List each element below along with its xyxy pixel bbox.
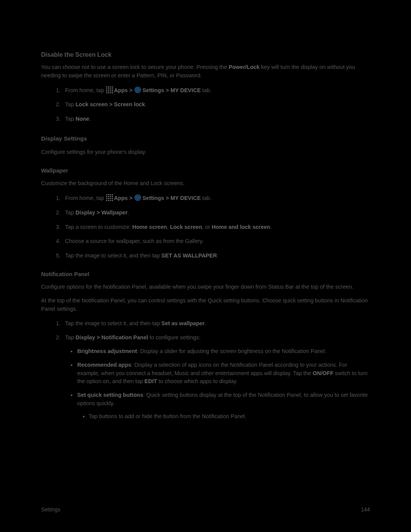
- svg-rect-4: [106, 88, 107, 89]
- text: >: [128, 195, 134, 201]
- svg-rect-20: [108, 194, 109, 195]
- svg-rect-6: [110, 88, 111, 89]
- list-item: Tap the image to select it, and then tap…: [62, 320, 370, 328]
- svg-point-37: [137, 197, 139, 198]
- unordered-list: Brightness adjustment: Display a slider …: [76, 347, 370, 420]
- text: From home, tap: [65, 87, 105, 93]
- text: .: [205, 320, 206, 326]
- svg-rect-29: [110, 198, 111, 199]
- bold-text: MY DEVICE: [170, 195, 201, 201]
- svg-rect-23: [106, 196, 107, 197]
- text: Tap: [65, 101, 75, 107]
- apps-grid-icon: [106, 194, 113, 201]
- text: to choose which apps to display.: [157, 378, 238, 384]
- document-page: Disable the Screen Lock You can choose n…: [0, 0, 411, 532]
- list-item: Tap buttons to add or hide the button fr…: [89, 412, 370, 421]
- footer-section-label: Settings: [41, 506, 61, 514]
- svg-rect-7: [112, 88, 113, 89]
- svg-rect-15: [112, 92, 113, 93]
- bold-text: Screen lock: [114, 101, 145, 107]
- svg-rect-11: [112, 90, 113, 91]
- list-item: From home, tap Apps > Settings > MY DEVI…: [62, 86, 370, 95]
- text: ,: [167, 224, 170, 230]
- paragraph: Configure options for the Notification P…: [41, 283, 370, 291]
- bold-text: Home and lock screen: [212, 224, 270, 230]
- list-item: Set quick setting buttons: Quick setting…: [76, 391, 370, 420]
- settings-gear-icon: [134, 194, 142, 201]
- bold-text: Home screen: [132, 224, 167, 230]
- text: >: [164, 87, 170, 93]
- text: .: [127, 209, 129, 216]
- svg-rect-21: [110, 194, 111, 195]
- bold-text: Recommended apps: [77, 362, 131, 368]
- list-item: Tap Display > Notification Panel to conf…: [62, 334, 370, 420]
- text: Tap the image to select it, and then tap: [65, 252, 161, 259]
- bold-text: Power/Lock: [229, 64, 260, 70]
- heading-notification-panel: Notification Panel: [41, 270, 370, 279]
- text: Tap a screen to customize:: [65, 224, 132, 230]
- text: .: [145, 101, 147, 107]
- list-item: From home, tap Apps > Settings > MY DEVI…: [62, 194, 370, 203]
- list-item: Tap a screen to customize: Home screen, …: [62, 223, 370, 232]
- svg-rect-14: [110, 92, 111, 93]
- bold-text: Settings: [142, 195, 164, 201]
- heading-display-settings: Display Settings: [41, 134, 370, 143]
- svg-rect-9: [108, 90, 109, 91]
- page-footer: Settings 144: [41, 506, 370, 514]
- list-item: Recommended apps: Display a selection of…: [76, 361, 370, 386]
- bold-text: MY DEVICE: [170, 87, 201, 93]
- list-item: Brightness adjustment: Display a slider …: [76, 347, 370, 356]
- svg-rect-32: [108, 200, 109, 201]
- svg-rect-30: [112, 198, 113, 199]
- list-item: Tap None.: [62, 115, 370, 123]
- svg-rect-13: [108, 92, 109, 93]
- svg-rect-26: [112, 196, 113, 197]
- heading-disable-screen-lock: Disable the Screen Lock: [41, 50, 370, 59]
- paragraph: Customize the background of the Home and…: [41, 179, 370, 188]
- bold-text: Notification Panel: [102, 334, 148, 340]
- bold-text: Apps: [114, 195, 127, 201]
- paragraph: At the top of the Notification Panel, yo…: [41, 297, 370, 313]
- text: >: [164, 195, 170, 201]
- bold-text: Display: [75, 209, 95, 216]
- footer-page-number: 144: [361, 506, 370, 514]
- text: >: [95, 334, 102, 340]
- list-item: Tap the image to select it, and then tap…: [62, 252, 370, 260]
- bold-text: EDIT: [145, 378, 157, 384]
- text: Tap: [65, 116, 75, 122]
- ordered-list: From home, tap Apps > Settings > MY DEVI…: [62, 86, 370, 123]
- heading-wallpaper: Wallpaper: [41, 166, 370, 175]
- bold-text: Set as wallpaper: [161, 320, 205, 326]
- list-item: Tap Display > Wallpaper.: [62, 209, 370, 217]
- settings-gear-icon: [134, 86, 142, 94]
- bold-text: Lock screen: [170, 224, 202, 230]
- text: : Display a slider for adjusting the scr…: [137, 348, 326, 354]
- svg-rect-10: [110, 90, 111, 91]
- text: to configure settings:: [148, 334, 201, 340]
- svg-rect-12: [106, 92, 107, 93]
- text: Tap the image to select it, and then tap: [65, 320, 161, 326]
- text: >: [128, 87, 134, 93]
- svg-rect-5: [108, 88, 109, 89]
- nested-unordered-list: Tap buttons to add or hide the button fr…: [89, 412, 370, 421]
- bold-text: ON/OFF: [313, 370, 334, 376]
- text: .: [89, 116, 91, 122]
- text: tab.: [201, 195, 211, 201]
- bold-text: Set quick setting buttons: [77, 392, 143, 398]
- text: .: [217, 252, 218, 259]
- svg-rect-28: [108, 198, 109, 199]
- text: >: [95, 209, 102, 216]
- list-item: Tap Lock screen > Screen lock.: [62, 101, 370, 109]
- svg-rect-22: [112, 194, 113, 195]
- list-item: Choose a source for wallpaper, such as f…: [62, 237, 370, 246]
- svg-rect-2: [110, 86, 111, 88]
- paragraph: You can choose not to use a screen lock …: [41, 63, 370, 80]
- svg-rect-34: [112, 200, 113, 201]
- bold-text: Settings: [142, 87, 164, 93]
- text: You can choose not to use a screen lock …: [41, 64, 229, 70]
- text: Tap: [65, 209, 75, 216]
- bold-text: Brightness adjustment: [77, 348, 137, 354]
- svg-rect-19: [106, 194, 107, 195]
- text: >: [108, 101, 114, 107]
- text: tab.: [201, 87, 211, 93]
